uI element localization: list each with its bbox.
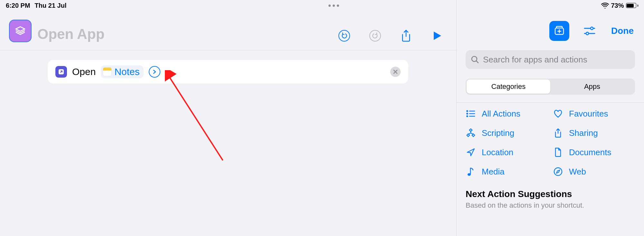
editor-canvas[interactable]: Open Notes	[0, 50, 456, 236]
category-favourites[interactable]: Favourites	[553, 109, 635, 119]
wifi-icon	[601, 3, 609, 8]
status-time: 6:20 PM	[6, 2, 30, 9]
svg-point-14	[467, 116, 468, 117]
category-label: Sharing	[569, 128, 598, 138]
action-app-name: Notes	[114, 66, 139, 77]
segmented-control[interactable]: Categories Apps	[466, 79, 635, 95]
svg-point-13	[467, 113, 468, 114]
category-label: All Actions	[482, 109, 520, 119]
svg-point-6	[586, 32, 589, 35]
share-button[interactable]	[400, 29, 412, 42]
search-placeholder: Search for apps and actions	[483, 55, 587, 65]
editor-pane: Open App	[0, 0, 457, 236]
svg-line-1	[169, 76, 223, 160]
svg-point-19	[554, 168, 562, 175]
svg-point-12	[467, 111, 468, 112]
shortcut-icon[interactable]	[9, 20, 32, 42]
battery-percent: 73%	[611, 2, 624, 9]
scripting-icon	[466, 128, 476, 138]
category-media[interactable]: Media	[466, 166, 548, 177]
next-suggestions-subtitle: Based on the actions in your shortcut.	[466, 201, 635, 210]
redo-button[interactable]	[369, 29, 382, 42]
multitask-dots[interactable]	[328, 5, 339, 7]
heart-icon	[553, 109, 563, 119]
compass-icon	[553, 166, 563, 177]
search-icon	[471, 55, 479, 64]
category-scripting[interactable]: Scripting	[466, 128, 548, 138]
category-location[interactable]: Location	[466, 147, 548, 157]
shortcut-title-input[interactable]: Open App	[37, 26, 332, 42]
action-app-param[interactable]: Notes	[101, 65, 143, 78]
action-verb: Open	[72, 66, 96, 77]
category-label: Scripting	[482, 128, 514, 138]
annotation-arrow	[165, 70, 236, 164]
done-button[interactable]: Done	[610, 26, 635, 36]
next-suggestions-section: Next Action Suggestions Based on the act…	[457, 177, 644, 210]
category-label: Media	[482, 167, 505, 177]
segment-categories[interactable]: Categories	[467, 80, 550, 94]
svg-point-4	[591, 27, 593, 30]
notes-app-icon	[103, 67, 112, 76]
category-all-actions[interactable]: All Actions	[466, 109, 548, 119]
svg-rect-15	[469, 129, 472, 131]
category-documents[interactable]: Documents	[553, 147, 635, 157]
open-app-action-icon	[55, 66, 67, 78]
actions-panel-button[interactable]	[549, 21, 569, 41]
svg-rect-16	[467, 134, 469, 137]
next-suggestions-title: Next Action Suggestions	[466, 189, 635, 199]
category-web[interactable]: Web	[553, 166, 635, 177]
status-bar: 6:20 PM Thu 21 Jul 73%	[0, 0, 644, 11]
categories-grid: All Actions Favourites Scripting Sharing…	[457, 103, 644, 177]
music-icon	[466, 166, 476, 177]
category-sharing[interactable]: Sharing	[553, 128, 635, 138]
expand-action-button[interactable]	[149, 66, 160, 78]
settings-panel-button[interactable]	[580, 21, 600, 41]
battery-icon	[626, 3, 639, 8]
segment-apps[interactable]: Apps	[550, 80, 634, 94]
svg-line-8	[476, 61, 478, 63]
delete-action-button[interactable]	[390, 67, 401, 77]
action-open-app[interactable]: Open Notes	[48, 60, 408, 84]
svg-point-18	[468, 173, 471, 176]
category-label: Favourites	[569, 109, 608, 119]
category-label: Documents	[569, 147, 611, 157]
category-label: Location	[482, 147, 513, 157]
document-icon	[553, 147, 563, 157]
undo-button[interactable]	[338, 29, 351, 42]
category-label: Web	[569, 167, 586, 177]
actions-pane: Done Search for apps and actions Categor…	[457, 0, 644, 236]
run-button[interactable]	[431, 29, 443, 42]
sharing-icon	[553, 128, 563, 138]
search-input[interactable]: Search for apps and actions	[466, 50, 635, 69]
location-icon	[466, 147, 476, 157]
status-date: Thu 21 Jul	[35, 2, 67, 9]
list-icon	[466, 109, 476, 119]
svg-rect-17	[472, 134, 475, 137]
